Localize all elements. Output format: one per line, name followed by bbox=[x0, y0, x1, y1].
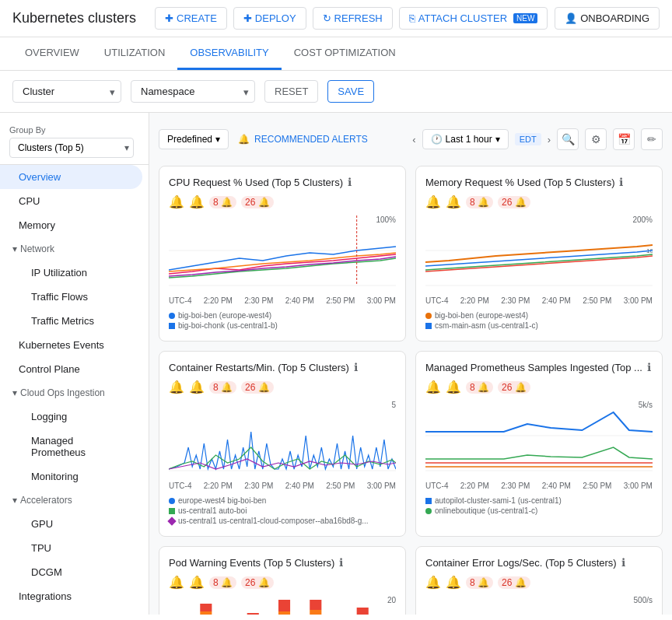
sidebar-item-gpu[interactable]: GPU bbox=[0, 512, 142, 536]
calendar-icon-btn[interactable]: 📅 bbox=[613, 128, 635, 150]
alert-count-26-prometheus: 26 🔔 bbox=[498, 381, 530, 394]
alert-count-26-memory: 26 🔔 bbox=[498, 196, 530, 208]
sidebar-item-integrations[interactable]: Integrations bbox=[0, 584, 142, 608]
chart-y-max-prometheus: 5k/s bbox=[639, 401, 653, 409]
alert-count-8-cpu: 8 🔔 bbox=[209, 196, 236, 208]
sidebar-item-control-plane[interactable]: Control Plane bbox=[0, 357, 142, 381]
predefined-chevron-icon: ▾ bbox=[215, 134, 220, 145]
chart-legend-prometheus: autopilot-cluster-sami-1 (us-central1) o… bbox=[425, 496, 653, 515]
chart-legend-restarts: europe-west4 big-boi-ben us-central1 aut… bbox=[169, 496, 396, 525]
sidebar-item-ip-utilization[interactable]: IP Utilization bbox=[0, 261, 142, 285]
chart-card-cpu: CPU Request % Used (Top 5 Clusters) ℹ 🔔 … bbox=[159, 166, 406, 342]
alert-count-26-logs: 26 🔔 bbox=[498, 576, 530, 589]
chart-card-memory: Memory Request % Used (Top 5 Clusters) ℹ… bbox=[415, 166, 663, 342]
sidebar-item-traffic-metrics[interactable]: Traffic Metrics bbox=[0, 309, 142, 333]
alert-bell-1-pod[interactable]: 🔔 bbox=[169, 575, 184, 590]
sidebar-item-kubernetes-events[interactable]: Kubernetes Events bbox=[0, 333, 142, 357]
sidebar-item-cpu[interactable]: CPU bbox=[0, 189, 142, 213]
alert-bell-1-memory[interactable]: 🔔 bbox=[425, 194, 441, 209]
cluster-select[interactable]: Cluster bbox=[12, 80, 121, 103]
alert-count-8-pod: 8 🔔 bbox=[209, 576, 236, 589]
sidebar-item-managed-prometheus[interactable]: Managed Prometheus bbox=[0, 429, 142, 464]
sidebar-item-dcgm[interactable]: DCGM bbox=[0, 560, 142, 584]
deploy-label: DEPLOY bbox=[255, 12, 296, 24]
alert-bell-1-logs[interactable]: 🔔 bbox=[425, 575, 441, 590]
tab-utilization[interactable]: UTILIZATION bbox=[92, 37, 177, 70]
predefined-button[interactable]: Predefined ▾ bbox=[159, 129, 229, 149]
chart-alerts-pod-warning: 🔔 🔔 8 🔔 26 🔔 bbox=[169, 575, 396, 590]
chart-info-pod-warning[interactable]: ℹ bbox=[339, 556, 343, 569]
create-label: CREATE bbox=[177, 12, 217, 24]
chart-area-prometheus: 5k/s bbox=[425, 401, 653, 478]
sidebar-group-cloud-ops[interactable]: ▾ Cloud Ops Ingestion bbox=[0, 381, 149, 405]
alert-count-26-pod: 26 🔔 bbox=[241, 576, 274, 589]
sidebar-item-traffic-flows[interactable]: Traffic Flows bbox=[0, 285, 142, 309]
chart-alerts-memory: 🔔 🔔 8 🔔 26 🔔 bbox=[425, 194, 653, 209]
nav-prev-icon[interactable]: ‹ bbox=[412, 134, 415, 145]
settings-icon-btn[interactable]: ⚙ bbox=[585, 128, 607, 150]
chart-info-prometheus[interactable]: ℹ bbox=[647, 361, 651, 373]
time-range-button[interactable]: 🕐 Last 1 hour ▾ bbox=[422, 129, 509, 149]
bell-icon: 🔔 bbox=[238, 134, 250, 145]
alert-bell-2-restarts[interactable]: 🔔 bbox=[189, 380, 205, 394]
filter-bar: Cluster ▾ Namespace ▾ RESET SAVE bbox=[0, 71, 672, 113]
sidebar-item-memory[interactable]: Memory bbox=[0, 213, 142, 237]
tab-cost-optimization[interactable]: COST OPTIMIZATION bbox=[282, 37, 408, 70]
chart-info-memory[interactable]: ℹ bbox=[619, 176, 623, 188]
chart-title-memory: Memory Request % Used (Top 5 Clusters) bbox=[425, 177, 614, 188]
namespace-select[interactable]: Namespace bbox=[131, 80, 255, 103]
chart-x-labels-restarts: UTC-4 2:20 PM 2:30 PM 2:40 PM 2:50 PM 3:… bbox=[169, 482, 396, 493]
alert-bell-2-memory[interactable]: 🔔 bbox=[446, 194, 461, 209]
attach-cluster-button[interactable]: ⎘ ATTACH CLUSTER NEW bbox=[399, 7, 548, 30]
save-button[interactable]: SAVE bbox=[327, 80, 374, 103]
attach-icon: ⎘ bbox=[409, 12, 415, 24]
sidebar-group-network[interactable]: ▾ Network bbox=[0, 237, 149, 261]
cluster-select-wrap: Cluster ▾ bbox=[12, 80, 121, 103]
reset-button[interactable]: RESET bbox=[264, 80, 318, 103]
alert-bell-2-logs[interactable]: 🔔 bbox=[446, 575, 461, 590]
svg-rect-53 bbox=[357, 608, 369, 615]
onboarding-button[interactable]: 👤 ONBOARDING bbox=[555, 7, 660, 30]
chart-area-cpu: 100% bbox=[169, 215, 396, 293]
chart-info-restarts[interactable]: ℹ bbox=[354, 361, 358, 373]
sidebar-item-monitoring[interactable]: Monitoring bbox=[0, 464, 142, 489]
alert-count-8-memory: 8 🔔 bbox=[466, 196, 493, 208]
refresh-label: REFRESH bbox=[334, 12, 383, 24]
alert-bell-1-restarts[interactable]: 🔔 bbox=[169, 380, 184, 394]
recommended-alerts-button[interactable]: 🔔 RECOMMENDED ALERTS bbox=[238, 134, 368, 145]
alert-bell-1-cpu[interactable]: 🔔 bbox=[169, 194, 184, 209]
onboarding-label: ONBOARDING bbox=[580, 12, 649, 24]
sidebar-item-tpu[interactable]: TPU bbox=[0, 536, 142, 560]
alert-bell-2-prometheus[interactable]: 🔔 bbox=[446, 380, 461, 394]
alert-bell-2-cpu[interactable]: 🔔 bbox=[189, 194, 205, 209]
predefined-label: Predefined bbox=[167, 134, 212, 145]
create-button[interactable]: ✚ CREATE bbox=[155, 7, 227, 30]
namespace-select-wrap: Namespace ▾ bbox=[131, 80, 255, 103]
alert-bar: Predefined ▾ 🔔 RECOMMENDED ALERTS ‹ 🕐 La… bbox=[159, 122, 663, 156]
svg-rect-19 bbox=[200, 604, 212, 611]
time-chevron-icon: ▾ bbox=[495, 134, 500, 145]
new-badge: NEW bbox=[513, 13, 537, 23]
alert-bell-1-prometheus[interactable]: 🔔 bbox=[425, 380, 441, 394]
chart-title-pod-warning: Pod Warning Events (Top 5 Clusters) bbox=[169, 557, 334, 569]
edit-icon-btn[interactable]: ✏ bbox=[641, 128, 663, 150]
chart-y-max-cpu: 100% bbox=[376, 215, 396, 224]
chart-info-cpu[interactable]: ℹ bbox=[348, 176, 352, 188]
tab-observability[interactable]: OBSERVABILITY bbox=[177, 37, 281, 70]
sidebar-group-accelerators[interactable]: ▾ Accelerators bbox=[0, 489, 149, 512]
alert-bell-2-pod[interactable]: 🔔 bbox=[189, 575, 205, 590]
group-by-select[interactable]: Clusters (Top 5) bbox=[9, 138, 134, 158]
chart-info-error-logs[interactable]: ℹ bbox=[621, 556, 625, 569]
deploy-button[interactable]: ✚ DEPLOY bbox=[233, 7, 306, 30]
refresh-button[interactable]: ↻ REFRESH bbox=[313, 7, 393, 30]
tab-overview[interactable]: OVERVIEW bbox=[12, 37, 92, 70]
chart-card-pod-warning: Pod Warning Events (Top 5 Clusters) ℹ 🔔 … bbox=[159, 546, 406, 615]
header: Kubernetes clusters ✚ CREATE ✚ DEPLOY ↻ … bbox=[0, 0, 672, 37]
sidebar-item-logging[interactable]: Logging bbox=[0, 405, 142, 429]
sidebar-item-overview[interactable]: Overview bbox=[0, 165, 142, 189]
cloud-ops-chevron-icon: ▾ bbox=[12, 387, 17, 398]
nav-next-icon[interactable]: › bbox=[548, 134, 551, 145]
search-icon-btn[interactable]: 🔍 bbox=[557, 128, 579, 150]
svg-rect-35 bbox=[278, 611, 290, 615]
chart-area-error-logs: 500/s bbox=[425, 596, 653, 615]
